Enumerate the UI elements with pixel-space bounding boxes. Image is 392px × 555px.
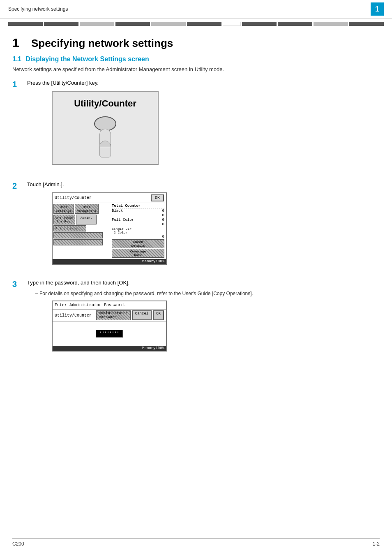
step-1-text: Press the [Utility/Counter] key. <box>27 80 380 86</box>
pwd-ok-btn: OK <box>153 310 164 320</box>
step-3-content: Type in the password, and then touch [OK… <box>27 280 380 352</box>
finger-body <box>99 129 111 157</box>
counter-fullcolor: Full Color 0 <box>112 218 164 222</box>
page-footer: C200 1-2 <box>12 538 380 547</box>
pwd-footer: Memory100% <box>53 346 166 351</box>
pwd-subtitle: Utility/Counter <box>55 313 92 318</box>
menu-row-2: One-TouchBox Reg. Admin. <box>53 215 109 224</box>
section-number: 1.1 <box>12 56 21 63</box>
screen-header-step2: Utility/Counter OK <box>53 193 166 203</box>
pwd-sub-header: Utility/Counter AdministratorPassword Ca… <box>53 310 166 321</box>
utility-counter-label: Utility/Counter <box>74 98 136 109</box>
step-1-content: Press the [Utility/Counter] key. Utility… <box>27 80 380 173</box>
menu-row-4 <box>53 232 109 238</box>
section-description: Network settings are specified from the … <box>12 66 380 72</box>
menu-user-settings: UserSettings <box>53 204 74 214</box>
pwd-title-bar: Enter Administrator Password. <box>53 301 166 310</box>
step-2: 2 Touch [Admin.]. Utility/Counter OK Use… <box>12 181 380 271</box>
counter-label: Total Counter <box>112 204 164 208</box>
step-2-content: Touch [Admin.]. Utility/Counter OK UserS… <box>27 181 380 271</box>
step-3-number: 3 <box>12 280 22 289</box>
pwd-label-btn: AdministratorPassword <box>96 310 131 320</box>
screen-footer-step2: Memory100% <box>53 259 166 264</box>
counter-single-label: Single Clr-2-Color <box>112 227 164 234</box>
section-title: Displaying the Network Settings screen <box>25 56 149 63</box>
header-section-label: Specifying network settings <box>8 6 68 12</box>
menu-row-5 <box>53 239 109 245</box>
btn-coverage-rate: CoverageRate <box>112 249 164 258</box>
screen-mockup-step3: Enter Administrator Password. Utility/Co… <box>52 301 167 352</box>
menu-row-1: UserSettings UserManagement <box>53 204 109 214</box>
counter-fullcolor-label: Full Color <box>112 218 134 222</box>
page-header: Specifying network settings 1 <box>0 0 392 18</box>
menu-placeholder-1 <box>53 232 103 238</box>
counter-black: Black 0 <box>112 209 164 213</box>
btn-check-details: CheckDetails <box>112 239 164 248</box>
menu-onc-touch: One-TouchBox Reg. <box>53 215 75 224</box>
menu-row-3: Print Lists <box>53 225 109 231</box>
counter-black-val: 0 <box>162 209 164 213</box>
screen-body-step2: UserSettings UserManagement One-TouchBox… <box>53 203 166 259</box>
chapter-badge: 1 <box>371 2 384 16</box>
counter-fullcolor-row2: 0 <box>112 222 164 227</box>
step-3: 3 Type in the password, and then touch [… <box>12 280 380 352</box>
step-1-number: 1 <box>12 80 22 89</box>
step-1: 1 Press the [Utility/Counter] key. Utili… <box>12 80 380 173</box>
pwd-sub-left: Utility/Counter <box>55 313 92 318</box>
pwd-input-row: ******** <box>53 321 166 346</box>
chapter-heading: 1 Specifying network settings <box>12 36 380 50</box>
section-heading: 1.1 Displaying the Network Settings scre… <box>12 56 380 63</box>
screen-title-step2: Utility/Counter <box>55 196 92 200</box>
menu-placeholder-2 <box>53 239 103 245</box>
utility-counter-illustration: Utility/Counter <box>52 91 159 165</box>
finger-illustration <box>89 116 122 157</box>
menu-admin: Admin. <box>76 215 97 224</box>
menu-print-lists: Print Lists <box>53 225 86 231</box>
menu-user-management: UserManagement <box>75 204 99 214</box>
counter-black-val2: 0 <box>162 213 164 217</box>
pwd-buttons: AdministratorPassword Cancel OK <box>96 310 164 320</box>
screen-mockup-step2: Utility/Counter OK UserSettings UserMana… <box>52 192 167 265</box>
finger-tip <box>99 141 111 147</box>
counter-single: 0 <box>112 235 164 239</box>
counter-single-val: 0 <box>162 235 164 239</box>
footer-page: 1-2 <box>373 541 380 547</box>
footer-model: C200 <box>12 541 24 547</box>
step-2-text: Touch [Admin.]. <box>27 181 380 187</box>
step-2-number: 2 <box>12 181 22 191</box>
decorative-stripe <box>8 22 384 26</box>
screen-right-step2: Total Counter Black 0 0 Full Color 0 <box>110 203 166 259</box>
step-3-text: Type in the password, and then touch [OK… <box>27 280 380 286</box>
counter-fullcolor-val: 0 <box>162 218 164 222</box>
screen-left-step2: UserSettings UserManagement One-TouchBox… <box>53 203 110 259</box>
counter-black-row2: 0 <box>112 213 164 217</box>
pwd-cancel-btn: Cancel <box>132 310 152 320</box>
pwd-field: ******** <box>96 330 123 338</box>
counter-black-label: Black <box>112 209 123 213</box>
main-content: 1 Specifying network settings 1.1 Displa… <box>0 28 392 372</box>
chapter-number: 1 <box>12 36 25 50</box>
screen-ok-btn-step2: OK <box>151 194 164 201</box>
step-3-note: For details on specifying and changing t… <box>35 291 380 296</box>
chapter-title: Specifying network settings <box>31 37 173 50</box>
